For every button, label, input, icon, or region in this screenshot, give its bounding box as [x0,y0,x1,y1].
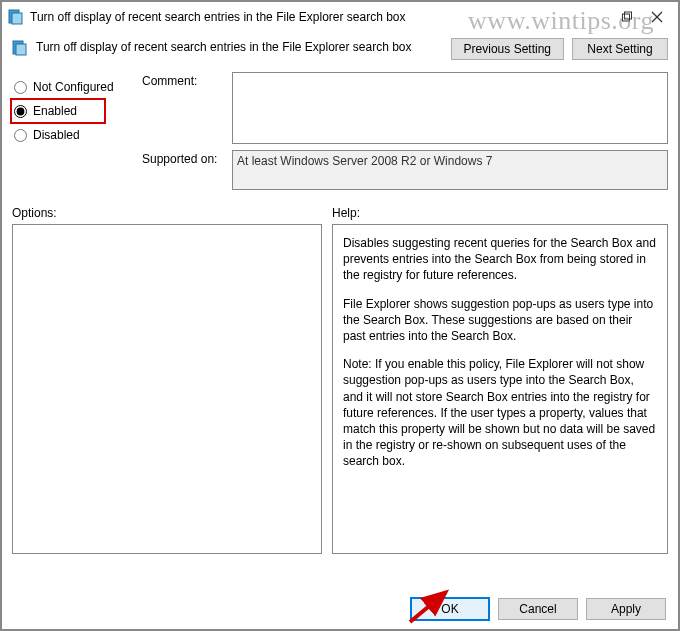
help-panel[interactable]: Disables suggesting recent queries for t… [332,224,668,554]
radio-not-configured-label: Not Configured [33,80,114,94]
supported-textarea [232,150,668,190]
radio-enabled[interactable]: Enabled [10,98,106,124]
previous-setting-button[interactable]: Previous Setting [451,38,564,60]
radio-disabled[interactable]: Disabled [12,122,142,148]
close-icon[interactable] [642,6,672,28]
svg-rect-1 [12,13,22,24]
policy-title: Turn off display of recent search entrie… [36,38,441,54]
policy-icon [8,9,24,25]
mid-labels: Options: Help: [2,196,678,224]
radio-disabled-label: Disabled [33,128,80,142]
maximize-icon[interactable] [612,6,642,28]
svg-rect-2 [623,14,630,21]
comment-label: Comment: [142,72,232,88]
state-radio-group: Not Configured Enabled Disabled [12,72,142,196]
svg-rect-7 [16,44,26,55]
policy-icon [12,40,28,56]
panels: Disables suggesting recent queries for t… [2,224,678,554]
comment-row: Comment: [142,72,668,144]
cancel-button[interactable]: Cancel [498,598,578,620]
options-panel[interactable] [12,224,322,554]
radio-not-configured[interactable]: Not Configured [12,74,142,100]
ok-button[interactable]: OK [410,597,490,621]
subheader: Turn off display of recent search entrie… [2,32,678,68]
help-paragraph: Disables suggesting recent queries for t… [343,235,657,284]
dialog-buttons: OK Cancel Apply [410,597,666,621]
options-label: Options: [12,206,332,220]
radio-disabled-input[interactable] [14,129,27,142]
next-setting-button[interactable]: Next Setting [572,38,668,60]
radio-not-configured-input[interactable] [14,81,27,94]
supported-row: Supported on: [142,150,668,190]
upper-section: Not Configured Enabled Disabled Comment:… [2,68,678,196]
radio-enabled-label: Enabled [33,104,77,118]
help-paragraph: File Explorer shows suggestion pop-ups a… [343,296,657,345]
supported-label: Supported on: [142,150,232,166]
radio-enabled-input[interactable] [14,105,27,118]
fields-column: Comment: Supported on: [142,72,668,196]
window-title: Turn off display of recent search entrie… [30,10,612,24]
comment-textarea[interactable] [232,72,668,144]
nav-buttons: Previous Setting Next Setting [451,38,668,60]
titlebar: Turn off display of recent search entrie… [2,2,678,32]
help-paragraph: Note: If you enable this policy, File Ex… [343,356,657,469]
svg-rect-3 [625,12,632,19]
dialog-window: www.wintips.org Turn off display of rece… [0,0,680,631]
help-label: Help: [332,206,668,220]
apply-button[interactable]: Apply [586,598,666,620]
